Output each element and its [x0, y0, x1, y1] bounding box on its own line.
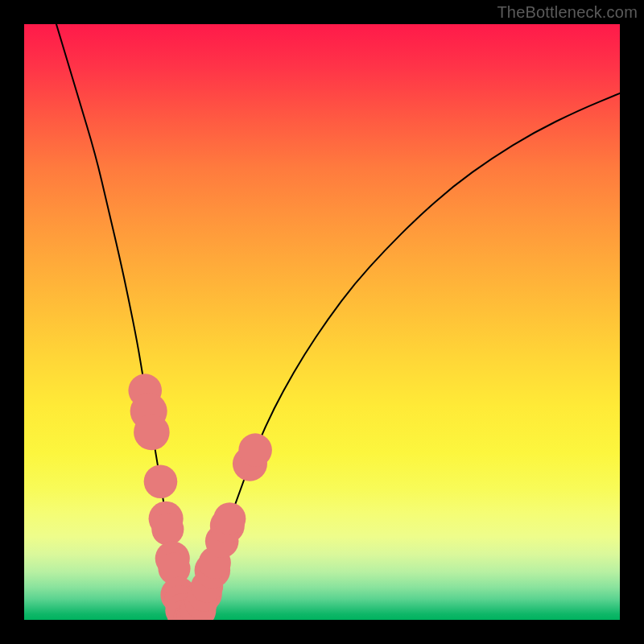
curve-layer: [24, 24, 620, 620]
bottleneck-curve: [42, 24, 620, 619]
data-marker: [134, 415, 170, 451]
data-marker: [144, 465, 178, 499]
plot-area: [24, 24, 620, 620]
data-marker: [213, 502, 246, 535]
chart-frame: TheBottleneck.com: [0, 0, 644, 644]
data-marker: [151, 513, 184, 545]
marker-group: [128, 374, 272, 620]
data-marker: [238, 433, 272, 467]
watermark-text: TheBottleneck.com: [497, 3, 638, 22]
